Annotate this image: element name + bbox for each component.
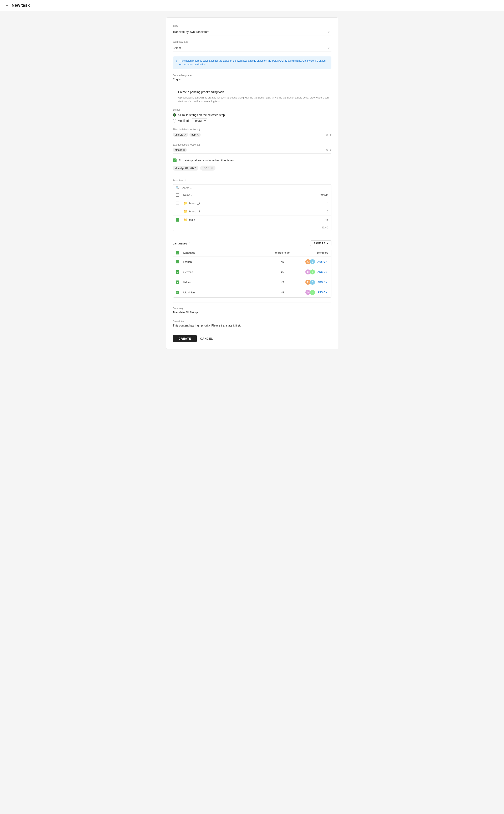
lang-row: Ukrainian 45 G H ASSIGN <box>173 287 331 297</box>
branches-table-footer: 45/45 <box>173 224 331 231</box>
exclude-tags-input[interactable]: emails ✕ ⊗ ▾ <box>173 148 331 153</box>
tag-android-close[interactable]: ✕ <box>184 133 187 136</box>
source-language-group: Source language English <box>173 74 331 81</box>
branch2-check-col <box>176 202 183 205</box>
languages-table: Language Words to do Members French 4 <box>173 249 331 298</box>
proofreading-checkbox-row: Create a pending proofreading task <box>173 90 331 94</box>
ukrainian-name: Ukrainian <box>183 291 270 294</box>
german-avatars: C D <box>305 269 315 275</box>
branch2-folder-icon: 📁 <box>183 201 188 205</box>
workflow-select-wrapper: Select... ▾ <box>173 45 331 51</box>
radio-all-label: All ToDo strings on the selected step <box>178 113 225 117</box>
branches-search-input[interactable] <box>181 186 329 189</box>
branches-name-header: Name <box>183 194 190 197</box>
table-row: 📁 branch_3 0 <box>173 207 331 216</box>
workflow-label: Workflow step <box>173 40 331 43</box>
create-button[interactable]: CREATE <box>173 335 197 342</box>
main-checkbox[interactable] <box>176 218 179 222</box>
main-folder-icon: 📂 <box>183 218 188 222</box>
branch3-label: branch_3 <box>189 210 200 213</box>
lang-select-all-col <box>176 251 183 254</box>
info-icon: ℹ <box>176 59 177 63</box>
radio-modified[interactable] <box>173 119 176 122</box>
summary-label: Summary <box>173 307 331 310</box>
main-content: Type Translate by own translators ▾ Work… <box>163 17 342 349</box>
branch2-checkbox[interactable] <box>176 202 179 205</box>
languages-section: Languages 4 SAVE AS ▾ <box>173 240 331 298</box>
main-name: 📂 main <box>183 218 312 222</box>
italian-words: 45 <box>270 281 295 284</box>
radio-all-row: All ToDo strings on the selected step <box>173 113 331 117</box>
lang-select-all-checkbox[interactable] <box>176 251 179 254</box>
ukrainian-checkbox[interactable] <box>176 291 179 294</box>
radio-all[interactable] <box>173 113 176 117</box>
tag-android: android ✕ <box>173 133 188 137</box>
due-date-chip[interactable]: due Apr 01, 2077 <box>173 166 198 171</box>
page-title: New task <box>12 3 30 8</box>
cancel-button[interactable]: CANCEL <box>199 335 214 342</box>
summary-value[interactable]: Translate All Strings <box>173 311 331 316</box>
tag-emails-close[interactable]: ✕ <box>183 148 185 151</box>
branches-select-all-checkbox[interactable] <box>176 193 179 197</box>
languages-title: Languages 4 <box>173 242 190 245</box>
branches-name-col[interactable]: Name ↓ <box>183 194 312 197</box>
tag-app-close[interactable]: ✕ <box>197 133 199 136</box>
german-assign-button[interactable]: ASSIGN <box>317 271 328 273</box>
skip-checkbox[interactable] <box>173 158 177 162</box>
description-value[interactable]: This content has high priority. Please t… <box>173 324 331 329</box>
branches-search-box: 🔍 <box>173 184 331 191</box>
branch2-label: branch_2 <box>189 202 200 205</box>
skip-label: Skip strings already included in other t… <box>179 159 234 162</box>
back-button[interactable]: ← <box>5 3 9 8</box>
main-check-col <box>176 218 183 222</box>
branch3-check-col <box>176 210 183 213</box>
workflow-select[interactable]: Select... <box>173 45 331 51</box>
branch3-checkbox[interactable] <box>176 210 179 213</box>
modified-date-select[interactable]: Today <box>192 118 207 123</box>
ukrainian-check <box>176 291 183 294</box>
exclude-tags-actions: ⊗ ▾ <box>326 148 331 152</box>
due-time-close[interactable]: ✕ <box>210 166 213 170</box>
due-time-chip[interactable]: 15:15 ✕ <box>200 166 216 171</box>
languages-label: Languages <box>173 242 187 245</box>
italian-avatars: E F <box>305 279 315 285</box>
german-checkbox[interactable] <box>176 270 179 274</box>
save-as-button[interactable]: SAVE AS ▾ <box>310 240 331 246</box>
exclude-clear-button[interactable]: ⊗ <box>326 148 329 152</box>
skip-strings-row: Skip strings already included in other t… <box>173 158 331 162</box>
filter-clear-button[interactable]: ⊗ <box>326 133 329 137</box>
due-date-row: due Apr 01, 2077 15:15 ✕ <box>173 166 331 171</box>
italian-check <box>176 280 183 284</box>
french-name: French <box>183 260 270 263</box>
form-card: Type Translate by own translators ▾ Work… <box>166 17 338 349</box>
filter-tags-input[interactable]: android ✕ app ✕ ⊗ ▾ <box>173 133 331 138</box>
proofreading-group: Create a pending proofreading task A pro… <box>173 90 331 103</box>
german-name: German <box>183 271 270 274</box>
type-select[interactable]: Translate by own translators <box>173 29 331 35</box>
avatar: F <box>310 279 315 285</box>
french-assign-button[interactable]: ASSIGN <box>317 260 328 263</box>
avatar: B <box>310 259 315 265</box>
french-members: A B ASSIGN <box>295 259 328 265</box>
tag-android-text: android <box>175 133 183 136</box>
french-checkbox[interactable] <box>176 260 179 263</box>
filter-dropdown-button[interactable]: ▾ <box>330 133 331 137</box>
main-label: main <box>189 218 195 221</box>
italian-assign-button[interactable]: ASSIGN <box>317 281 328 284</box>
branches-sort-arrow-icon: ↓ <box>191 194 192 196</box>
branch3-folder-icon: 📁 <box>183 209 188 213</box>
branches-select-all-col <box>176 193 183 197</box>
branch3-words: 0 <box>312 210 328 213</box>
branch2-name: 📁 branch_2 <box>183 201 312 205</box>
save-as-arrow-icon: ▾ <box>327 242 328 245</box>
ukrainian-avatars: G H <box>305 289 315 295</box>
italian-checkbox[interactable] <box>176 280 179 284</box>
strings-group: Strings All ToDo strings on the selected… <box>173 108 331 123</box>
ukrainian-assign-button[interactable]: ASSIGN <box>317 291 328 294</box>
exclude-labels-group: Exclude labels (optional) emails ✕ ⊗ ▾ <box>173 143 331 153</box>
italian-name: Italian <box>183 281 270 284</box>
type-field-group: Type Translate by own translators ▾ <box>173 24 331 35</box>
exclude-dropdown-button[interactable]: ▾ <box>330 148 331 152</box>
exclude-labels-label: Exclude labels (optional) <box>173 143 331 146</box>
proofreading-checkbox[interactable] <box>173 91 176 94</box>
